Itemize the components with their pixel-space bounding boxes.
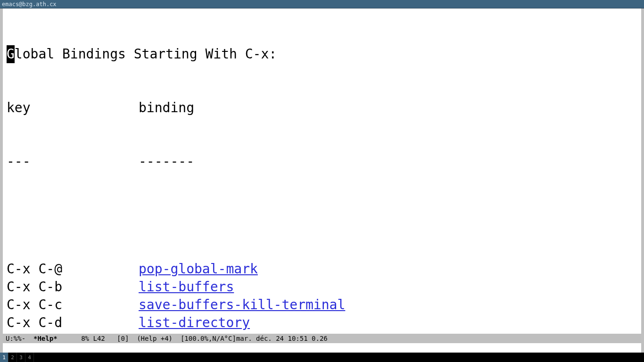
command-link[interactable]: save-buffers-kill-terminal xyxy=(139,297,345,313)
binding-row: C-x C-dlist-directory xyxy=(7,314,637,332)
window-title: emacs@bzg.ath.cx xyxy=(2,1,57,8)
key-sequence: C-x C-e xyxy=(7,332,139,334)
separator-row: ---------- xyxy=(7,153,637,171)
modeline-info: [0] (Help +4) [100.0%,N/A°C]mar. déc. 24… xyxy=(105,335,328,342)
binding-row: C-x C-eeval-last-sexp xyxy=(7,332,637,334)
modeline-position: 8% L42 xyxy=(58,335,105,342)
workspace-bar: 1234 xyxy=(0,353,644,362)
sep-binding: ------- xyxy=(139,154,194,169)
key-sequence: C-x C-@ xyxy=(7,260,139,278)
modeline-status: U:%%- xyxy=(6,335,33,342)
command-link[interactable]: list-buffers xyxy=(139,279,234,295)
window-titlebar: emacs@bzg.ath.cx xyxy=(0,0,644,8)
header-binding: binding xyxy=(139,100,194,115)
workspace-1[interactable]: 1 xyxy=(0,353,8,362)
modeline-buffer-name: *Help* xyxy=(33,335,58,342)
key-sequence: C-x C-d xyxy=(7,314,139,332)
command-link[interactable]: list-directory xyxy=(139,315,250,330)
header-key: key xyxy=(7,99,139,117)
binding-row: C-x C-@pop-global-mark xyxy=(7,260,637,278)
workspace-3[interactable]: 3 xyxy=(17,353,25,362)
command-link[interactable]: eval-last-sexp xyxy=(139,333,250,334)
help-title: Global Bindings Starting With C-x: xyxy=(7,45,637,63)
command-link[interactable]: pop-global-mark xyxy=(139,261,258,277)
key-sequence: C-x C-c xyxy=(7,296,139,314)
binding-row: C-x C-blist-buffers xyxy=(7,278,637,296)
workspace-2[interactable]: 2 xyxy=(8,353,17,362)
cursor: G xyxy=(7,45,15,63)
binding-row: C-x C-csave-buffers-kill-terminal xyxy=(7,296,637,314)
mode-line: U:%%- *Help* 8% L42 [0] (Help +4) [100.0… xyxy=(0,334,644,343)
help-buffer[interactable]: Global Bindings Starting With C-x: keybi… xyxy=(0,8,644,334)
key-sequence: C-x C-b xyxy=(7,278,139,296)
header-row: keybinding xyxy=(7,99,637,117)
workspace-4[interactable]: 4 xyxy=(25,353,34,362)
sep-key: --- xyxy=(7,153,139,171)
minibuffer[interactable] xyxy=(0,343,644,353)
blank-row xyxy=(7,206,637,224)
